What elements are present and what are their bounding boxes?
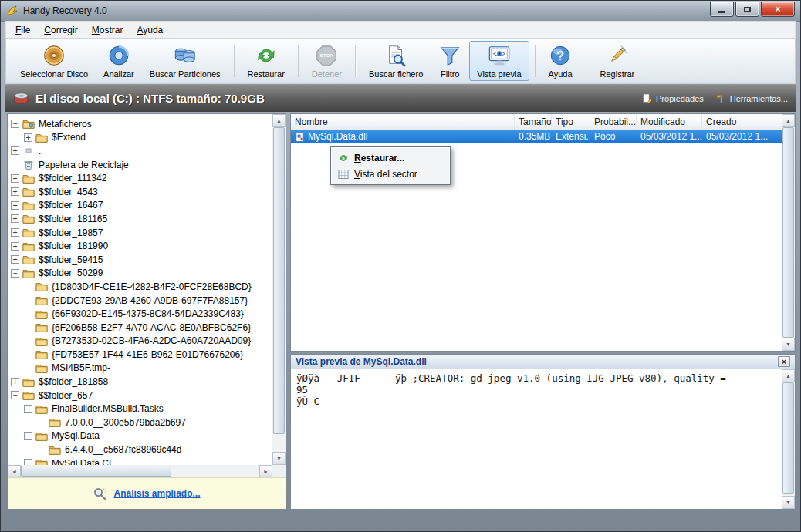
scroll-left-icon[interactable]: ◄ [8, 465, 21, 478]
expand-plus-icon[interactable]: + [11, 214, 19, 223]
tree-item-1d803d4f-ce1e-4282-b4f2-0fcf28e68bcd[interactable]: {1D803D4F-CE1E-4282-B4F2-0FCF28E68BCD} [8, 280, 272, 294]
tree-item-mysql-data-cf[interactable]: −MySql.Data.CF [8, 456, 272, 465]
file-row-mysql-data-dll[interactable]: MySql.Data.dll0.35MBExtensi...Poco05/03/… [291, 130, 782, 143]
scroll-thumb[interactable] [782, 127, 794, 338]
context-menu-item-vista-del-sector[interactable]: Vista del sector [333, 166, 448, 182]
menu-corregir[interactable]: Corregir [37, 22, 84, 38]
collapse-minus-icon[interactable]: − [11, 269, 19, 278]
tree-item-folder-4543[interactable]: +$$folder_4543 [8, 185, 272, 199]
folder-icon [22, 254, 35, 264]
column-header-nombre[interactable]: Nombre [291, 114, 515, 130]
toolbar-button-seleccionar-disco[interactable]: Seleccionar Disco [12, 41, 96, 81]
tree-item-fd753e57-1f44-41e6-b962-e01d76676206[interactable]: {FD753E57-1F44-41E6-B962-E01D76676206} [8, 348, 272, 362]
expand-plus-icon[interactable]: + [11, 228, 19, 237]
preview-vertical-scrollbar[interactable]: ▲ ▼ [782, 369, 795, 509]
expand-plus-icon[interactable]: + [11, 174, 19, 183]
tree-item-label: $$folder_181858 [39, 376, 108, 387]
tree-item-folder-181990[interactable]: +$$folder_181990 [8, 239, 272, 253]
title-bar[interactable]: Handy Recovery 4.0 × [1, 1, 800, 22]
expand-plus-icon[interactable]: + [11, 146, 19, 155]
toolbar-button-buscar-particiones[interactable]: Buscar Particiones [142, 41, 228, 81]
disk-header-text: El disco local (C:) : NTFS tamaño: 70.9G… [35, 92, 265, 105]
tree-item-extend[interactable]: +$Extend [8, 131, 272, 145]
scroll-up-icon[interactable]: ▲ [272, 114, 286, 127]
tree-item-folder-50299[interactable]: −$$folder_50299 [8, 267, 272, 281]
menu-ayuda[interactable]: Ayuda [130, 22, 170, 38]
scroll-thumb[interactable] [782, 382, 794, 494]
expand-plus-icon[interactable]: + [24, 133, 32, 142]
tree-item-label: $$folder_181990 [39, 241, 108, 251]
tree-vertical-scrollbar[interactable]: ▲ ▼ [272, 114, 286, 465]
scroll-down-icon[interactable]: ▼ [782, 496, 795, 509]
toolbar-button-detener[interactable]: STOPDetener [304, 41, 350, 81]
collapse-minus-icon[interactable]: − [24, 432, 32, 440]
tree-item-folder-181858[interactable]: +$$folder_181858 [8, 375, 272, 389]
tree-item-6-4-4-0-c5687fc88969c44d[interactable]: 6.4.4.0__c5687fc88969c44d [8, 443, 272, 456]
scroll-thumb[interactable] [273, 127, 285, 434]
tree-item-folder-111342[interactable]: +$$folder_111342 [8, 171, 272, 185]
tree-item-item[interactable]: +. [8, 144, 272, 158]
expand-plus-icon[interactable]: + [11, 201, 19, 210]
preview-close-button[interactable]: × [778, 356, 790, 367]
column-header-probabil[interactable]: Probabil... [590, 114, 637, 130]
toolbar-button-analizar[interactable]: Analizar [96, 41, 142, 81]
tree-item-2ddc7e93-29ab-4260-a9db-697f7fa88157[interactable]: {2DDC7E93-29AB-4260-A9DB-697F7FA88157} [8, 294, 272, 308]
scroll-up-icon[interactable]: ▲ [782, 114, 795, 127]
expand-plus-icon[interactable]: + [11, 378, 19, 386]
tree-item-msi4b5f-tmp[interactable]: MSI4B5F.tmp- [8, 362, 272, 375]
tree-item-label: {B727353D-02CB-4FA6-A2DC-A60A720AAD09} [52, 335, 251, 346]
context-menu-item-restaurar[interactable]: Restaurar... [333, 150, 448, 166]
scroll-down-icon[interactable]: ▼ [782, 338, 795, 351]
menu-mostrar[interactable]: Mostrar [85, 22, 130, 38]
tree-item-folder-657[interactable]: −$$folder_657 [8, 389, 272, 402]
file-list-vertical-scrollbar[interactable]: ▲ ▼ [782, 114, 795, 351]
scroll-down-icon[interactable]: ▼ [272, 452, 286, 465]
maximize-button[interactable] [735, 2, 759, 17]
column-header-modificado[interactable]: Modificado [637, 114, 702, 130]
tree-item-7-0-0-0-300e5b79bda2b697[interactable]: 7.0.0.0__300e5b79bda2b697 [8, 416, 272, 429]
tree-item-finalbuilder-msbuild-tasks[interactable]: −FinalBuilder.MSBuild.Tasks [8, 402, 272, 416]
scroll-up-icon[interactable]: ▲ [782, 369, 795, 382]
tree-horizontal-scrollbar[interactable]: ◄ ► [8, 465, 272, 478]
toolbar-button-buscar-fichero[interactable]: Buscar fichero [361, 41, 431, 81]
toolbar-button-registrar[interactable]: Registrar [593, 41, 643, 81]
tree-item-folder-19857[interactable]: +$$folder_19857 [8, 226, 272, 240]
column-header-tama-o[interactable]: Tamaño [515, 114, 552, 130]
toolbar-button-restaurar[interactable]: Restaurar [240, 41, 292, 81]
tree-item-papelera-de-reciclaje[interactable]: Papelera de Reciclaje [8, 158, 272, 172]
preview-text-line: 95 [296, 384, 778, 396]
expand-plus-icon[interactable]: + [11, 255, 19, 264]
minimize-button[interactable] [710, 2, 734, 17]
menu-file[interactable]: File [8, 22, 37, 38]
tree-item-folder-16467[interactable]: +$$folder_16467 [8, 199, 272, 213]
tree-item-mysql-data[interactable]: −MySql.Data [8, 429, 272, 443]
toolbar-button-vista-previa[interactable]: Vista previa [469, 41, 529, 81]
toolbar-button-ayuda[interactable]: ?Ayuda [541, 41, 580, 81]
tree-item-b727353d-02cb-4fa6-a2dc-a60a720aad09[interactable]: {B727353D-02CB-4FA6-A2DC-A60A720AAD09} [8, 335, 272, 348]
extended-analysis-link[interactable]: Análisis ampliado... [113, 488, 200, 499]
tools-button[interactable]: Herramientas... [716, 93, 788, 103]
folder-icon [22, 214, 35, 224]
dot-icon [22, 146, 35, 156]
collapse-minus-icon[interactable]: − [11, 391, 19, 399]
collapse-minus-icon[interactable]: − [24, 405, 32, 413]
column-header-tipo[interactable]: Tipo [552, 114, 590, 130]
expand-plus-icon[interactable]: + [11, 242, 19, 251]
scroll-thumb[interactable] [21, 466, 171, 477]
toolbar-button-filtro[interactable]: Filtro [431, 41, 469, 81]
expand-plus-icon[interactable]: + [11, 187, 19, 196]
tree-item-folder-59415[interactable]: +$$folder_59415 [8, 253, 272, 267]
tree-item-folder-181165[interactable]: +$$folder_181165 [8, 212, 272, 226]
collapse-minus-icon[interactable]: − [11, 120, 19, 128]
column-header-creado[interactable]: Creado [702, 114, 783, 130]
close-button[interactable]: × [761, 2, 795, 17]
scroll-right-icon[interactable]: ► [259, 465, 272, 478]
folder-icon [35, 458, 48, 465]
tree-item-6f206b58-e2f7-4a70-acac-8e0abfbc62f6[interactable]: {6F206B58-E2F7-4A70-ACAC-8E0ABFBC62F6} [8, 321, 272, 335]
workspace: −Metaficheros+$Extend+.Papelera de Recic… [5, 112, 796, 510]
tree-item-label: Papelera de Reciclaje [39, 160, 129, 170]
properties-button[interactable]: Propiedades [642, 93, 704, 103]
collapse-minus-icon[interactable]: − [24, 459, 32, 465]
tree-item-66f9302d-e145-4375-8c84-54da2339c483[interactable]: {66F9302D-E145-4375-8C84-54DA2339C483} [8, 307, 272, 321]
tree-item-metaficheros[interactable]: −Metaficheros [8, 117, 272, 131]
